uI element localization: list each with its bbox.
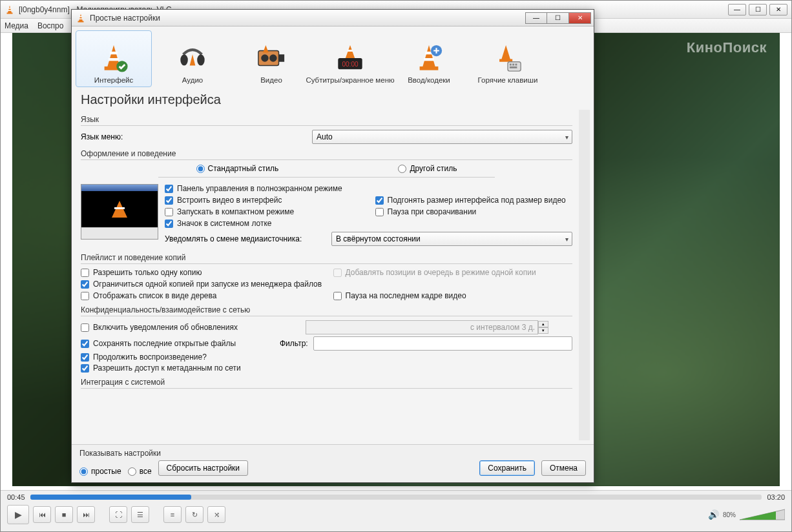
speaker-icon[interactable]: 🔊: [708, 509, 719, 520]
dialog-minimize-button[interactable]: —: [525, 12, 547, 24]
vlc-cone-icon: [5, 5, 15, 15]
continue-playback-checkbox[interactable]: Продолжить воспроизведение?: [81, 353, 572, 362]
divider: [81, 125, 572, 126]
time-elapsed: 00:45: [7, 493, 25, 501]
prev-button[interactable]: ⏮: [33, 506, 51, 523]
main-minimize-button[interactable]: —: [728, 4, 746, 15]
notify-change-label: Уведомлять о смене медиаисточника:: [165, 234, 326, 243]
group-language: Язык: [81, 115, 572, 124]
divider: [81, 263, 572, 264]
save-button[interactable]: Сохранить: [479, 460, 535, 476]
style-other-radio[interactable]: Другой стиль: [398, 164, 457, 173]
svg-point-13: [197, 54, 205, 65]
show-all-radio[interactable]: все: [128, 467, 152, 476]
embed-video-checkbox[interactable]: Встроить видео в интерфейс: [165, 196, 362, 205]
show-simple-radio[interactable]: простые: [79, 467, 121, 476]
category-row: Интерфейс Аудио Видео 00:00 Субтитры/экр…: [72, 26, 594, 87]
svg-rect-21: [420, 66, 439, 70]
category-audio[interactable]: Аудио: [154, 30, 231, 87]
pause-last-frame-checkbox[interactable]: Пауза на последнем кадре видео: [333, 291, 573, 300]
reset-button[interactable]: Сбросить настройки: [158, 460, 248, 476]
stop-button[interactable]: ■: [55, 506, 73, 523]
svg-point-12: [180, 54, 188, 65]
spin-down[interactable]: ▾: [538, 327, 548, 334]
vlc-cone-icon: [76, 13, 86, 23]
player-bottom-bar: 00:45 03:20 ▶ ⏮ ■ ⏭ ⛶ ☰ ≡ ↻ ⤨ 🔊 80%: [1, 490, 791, 531]
style-std-radio[interactable]: Стандартный стиль: [196, 164, 279, 173]
start-minimal-checkbox[interactable]: Запускать в компактном режиме: [165, 207, 362, 216]
loop-button[interactable]: ↻: [185, 506, 203, 523]
svg-point-16: [269, 54, 277, 62]
svg-rect-5: [78, 21, 84, 22]
playlist-button[interactable]: ≡: [163, 506, 182, 523]
dialog-close-button[interactable]: ✕: [569, 12, 591, 24]
filter-label: Фильтр:: [280, 339, 308, 348]
pause-on-minimize-checkbox[interactable]: Пауза при сворачивании: [375, 207, 573, 216]
one-from-filemgr-checkbox[interactable]: Ограничиться одной копией при запуске из…: [81, 280, 572, 289]
dialog-maximize-button[interactable]: ☐: [547, 12, 569, 24]
settings-scroll-area[interactable]: Язык Язык меню: Auto Оформление и поведе…: [81, 110, 590, 440]
update-interval-display: с интервалом 3 д.: [306, 320, 538, 334]
fullscreen-toolbar-checkbox[interactable]: Панель управления в полноэкранном режиме: [165, 184, 572, 193]
category-interface[interactable]: Интерфейс: [76, 30, 152, 87]
one-instance-checkbox[interactable]: Разрешить только одну копию: [81, 268, 320, 277]
menu-language-select[interactable]: Auto: [312, 130, 572, 144]
save-recent-checkbox[interactable]: Сохранять последние открытые файлы: [81, 339, 275, 348]
next-button[interactable]: ⏭: [77, 506, 95, 523]
category-input[interactable]: Ввод/кодеки: [391, 30, 467, 87]
main-close-button[interactable]: ✕: [769, 4, 787, 15]
svg-rect-23: [424, 58, 434, 61]
ext-settings-button[interactable]: ☰: [131, 506, 149, 523]
update-notify-checkbox[interactable]: Включить уведомления об обновлениях: [81, 323, 300, 332]
category-label: Видео: [260, 76, 282, 84]
category-label: Интерфейс: [94, 76, 134, 84]
cancel-button[interactable]: Отмена: [541, 460, 586, 476]
systray-icon-checkbox[interactable]: Значок в системном лотке: [165, 219, 362, 228]
group-privacy: Конфиденциальность/взаимодействие с сеть…: [81, 305, 572, 314]
seek-progress: [30, 495, 191, 500]
svg-text:00:00: 00:00: [342, 61, 359, 68]
tree-view-checkbox[interactable]: Отображать список в виде дерева: [81, 291, 320, 300]
category-subtitles[interactable]: 00:00 Субтитры/экранное меню: [312, 30, 388, 87]
notify-change-select[interactable]: В свёрнутом состоянии: [331, 232, 572, 246]
fullscreen-button[interactable]: ⛶: [109, 506, 127, 523]
category-label: Аудио: [182, 76, 203, 84]
divider: [81, 159, 572, 160]
volume-slider[interactable]: [740, 508, 785, 521]
menu-language-label: Язык меню:: [81, 132, 307, 141]
menu-playback[interactable]: Воспро: [37, 21, 64, 30]
show-settings-label: Показывать настройки: [79, 449, 586, 458]
category-label: Горячие клавиши: [478, 76, 538, 84]
divider: [158, 177, 495, 178]
group-playlist: Плейлист и поведение копий: [81, 253, 572, 262]
shuffle-button[interactable]: ⤨: [207, 506, 225, 523]
filter-input[interactable]: [313, 336, 572, 351]
menu-media[interactable]: Медиа: [5, 21, 28, 30]
divider: [81, 388, 572, 389]
enqueue-one-checkbox: Добавлять позиции в очередь в режиме одн…: [333, 268, 573, 277]
dialog-heading: Настройки интерфейса: [72, 87, 594, 110]
category-hotkeys[interactable]: Горячие клавиши: [470, 30, 546, 87]
svg-rect-10: [109, 58, 119, 61]
resize-to-video-checkbox[interactable]: Подгонять размер интерфейса под размер в…: [375, 196, 573, 205]
divider: [81, 316, 572, 316]
play-button[interactable]: ▶: [7, 505, 29, 524]
dialog-titlebar[interactable]: Простые настройки — ☐ ✕: [72, 10, 594, 26]
time-total: 03:20: [767, 493, 785, 501]
category-video[interactable]: Видео: [233, 30, 309, 87]
main-maximize-button[interactable]: ☐: [749, 4, 767, 15]
svg-rect-9: [110, 52, 118, 54]
preferences-dialog: Простые настройки — ☐ ✕ Интерфейс Аудио …: [71, 9, 594, 483]
group-look: Оформление и поведение: [81, 149, 572, 158]
svg-rect-0: [7, 12, 13, 14]
svg-rect-29: [516, 64, 517, 66]
svg-rect-7: [79, 18, 83, 19]
svg-rect-17: [279, 54, 285, 62]
svg-rect-20: [348, 50, 353, 52]
spin-up[interactable]: ▴: [538, 321, 548, 327]
seek-bar[interactable]: [30, 495, 762, 500]
scrollbar-thumb[interactable]: [580, 111, 590, 227]
svg-rect-6: [79, 16, 82, 17]
category-label: Ввод/кодеки: [408, 76, 450, 84]
metadata-net-checkbox[interactable]: Разрешить доступ к метаданным по сети: [81, 363, 572, 373]
